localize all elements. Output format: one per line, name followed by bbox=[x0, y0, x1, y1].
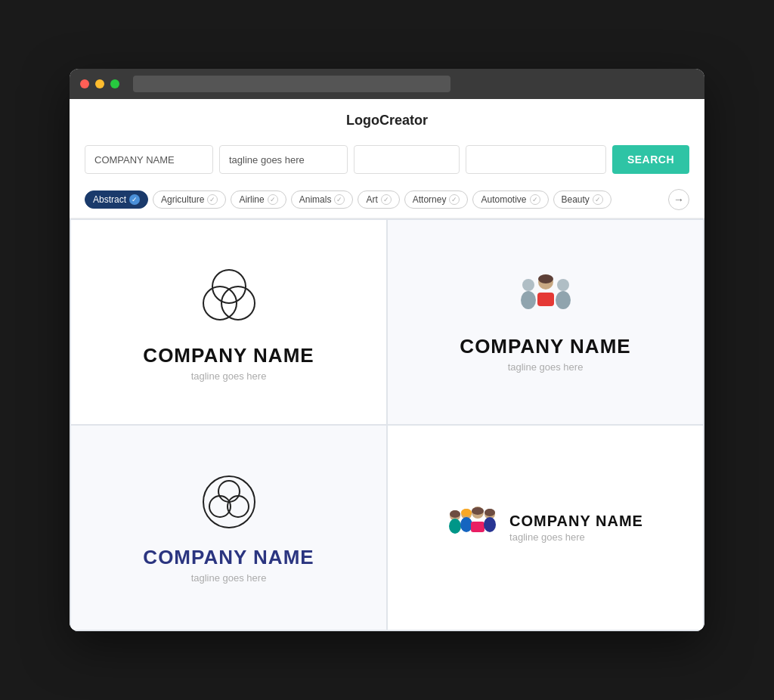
filter-label: Agriculture bbox=[161, 194, 204, 205]
logo-tagline-4: tagline goes here bbox=[509, 531, 643, 543]
filter-chip-abstract[interactable]: Abstract ✓ bbox=[85, 190, 148, 209]
svg-point-9 bbox=[538, 274, 553, 283]
inline-logo-container: COMPANY NAME tagline goes here bbox=[447, 503, 643, 552]
filter-chip-automotive[interactable]: Automotive ✓ bbox=[472, 190, 548, 209]
logo-card-2[interactable]: COMPANY NAME tagline goes here bbox=[388, 220, 703, 424]
svg-point-15 bbox=[449, 519, 461, 534]
close-dot[interactable] bbox=[80, 79, 89, 88]
company-name-input[interactable] bbox=[85, 145, 213, 174]
extra-input-1[interactable] bbox=[354, 145, 460, 174]
filter-chip-animals[interactable]: Animals ✓ bbox=[291, 190, 354, 209]
svg-point-18 bbox=[460, 517, 472, 532]
filter-chip-agriculture[interactable]: Agriculture ✓ bbox=[153, 190, 226, 209]
people-group-icon bbox=[512, 271, 580, 324]
logo-card-3[interactable]: COMPANY NAME tagline goes here bbox=[71, 426, 386, 630]
titlebar-url-bar bbox=[133, 76, 450, 92]
maximize-dot[interactable] bbox=[110, 79, 119, 88]
app-content: LogoCreator SEARCH Abstract ✓ Agricultur… bbox=[70, 99, 704, 631]
search-bar: SEARCH bbox=[70, 136, 704, 183]
svg-rect-21 bbox=[471, 522, 485, 532]
filter-label: Airline bbox=[239, 194, 264, 205]
filter-check-icon: ✓ bbox=[268, 194, 278, 205]
filter-check-icon: ✓ bbox=[207, 194, 218, 205]
filter-chip-beauty[interactable]: Beauty ✓ bbox=[553, 190, 611, 209]
circle-abstract-icon bbox=[199, 472, 259, 535]
svg-point-19 bbox=[461, 509, 472, 516]
filter-check-icon: ✓ bbox=[129, 194, 140, 205]
tagline-input[interactable] bbox=[219, 145, 348, 174]
app-title: LogoCreator bbox=[70, 99, 704, 136]
filter-chip-art[interactable]: Art ✓ bbox=[358, 190, 399, 209]
logo-tagline-1: tagline goes here bbox=[191, 370, 267, 382]
inline-logo-text: COMPANY NAME tagline goes here bbox=[509, 513, 643, 543]
filter-label: Automotive bbox=[481, 194, 526, 205]
people-inline-icon bbox=[447, 503, 500, 552]
logo-company-name-2: COMPANY NAME bbox=[460, 335, 630, 358]
filter-label: Beauty bbox=[562, 194, 590, 205]
svg-point-24 bbox=[484, 517, 496, 532]
svg-point-25 bbox=[485, 509, 495, 516]
filter-label: Attorney bbox=[413, 194, 447, 205]
venn-rings-icon bbox=[195, 262, 263, 333]
filter-label: Abstract bbox=[93, 194, 126, 205]
filter-check-icon: ✓ bbox=[449, 194, 460, 205]
logo-card-1[interactable]: COMPANY NAME tagline goes here bbox=[71, 220, 386, 424]
filter-chip-attorney[interactable]: Attorney ✓ bbox=[404, 190, 469, 209]
logo-company-name-1: COMPANY NAME bbox=[143, 344, 314, 367]
search-button[interactable]: SEARCH bbox=[612, 145, 689, 174]
filter-bar: Abstract ✓ Agriculture ✓ Airline ✓ Anima… bbox=[70, 183, 704, 218]
logo-company-name-4: COMPANY NAME bbox=[509, 513, 643, 530]
svg-point-4 bbox=[521, 291, 536, 309]
logo-grid: COMPANY NAME tagline goes here bbox=[70, 218, 704, 631]
logo-tagline-2: tagline goes here bbox=[508, 361, 584, 373]
app-window: LogoCreator SEARCH Abstract ✓ Agricultur… bbox=[70, 69, 704, 631]
svg-point-8 bbox=[556, 291, 571, 309]
svg-point-7 bbox=[557, 279, 569, 291]
svg-point-11 bbox=[218, 481, 240, 502]
svg-point-22 bbox=[472, 507, 484, 515]
svg-point-16 bbox=[450, 510, 460, 518]
filter-check-icon: ✓ bbox=[593, 194, 603, 205]
minimize-dot[interactable] bbox=[95, 79, 104, 88]
filter-chip-airline[interactable]: Airline ✓ bbox=[231, 190, 286, 209]
logo-tagline-3: tagline goes here bbox=[191, 572, 267, 584]
filter-check-icon: ✓ bbox=[381, 194, 392, 205]
svg-point-3 bbox=[522, 279, 534, 291]
filter-label: Animals bbox=[299, 194, 332, 205]
filter-check-icon: ✓ bbox=[334, 194, 345, 205]
filter-next-button[interactable]: → bbox=[668, 189, 689, 210]
extra-input-2[interactable] bbox=[466, 145, 606, 174]
filter-label: Art bbox=[366, 194, 377, 205]
svg-rect-6 bbox=[537, 293, 554, 306]
titlebar bbox=[70, 69, 704, 99]
filter-check-icon: ✓ bbox=[530, 194, 540, 205]
logo-card-4[interactable]: COMPANY NAME tagline goes here bbox=[388, 426, 703, 630]
logo-company-name-3: COMPANY NAME bbox=[143, 546, 314, 569]
